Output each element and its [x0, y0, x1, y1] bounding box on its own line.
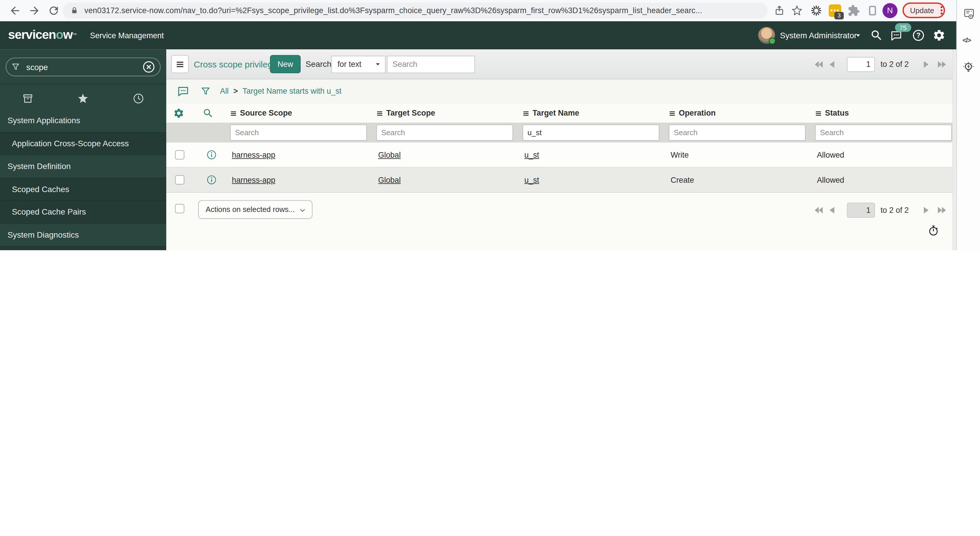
- navigator-filter-input[interactable]: [25, 62, 143, 72]
- filter-source-scope-input[interactable]: [230, 124, 367, 141]
- url-text: ven03172.service-now.com/nav_to.do?uri=%…: [84, 6, 702, 15]
- breadcrumb-condition-link[interactable]: Target Name starts with u_st: [242, 87, 341, 96]
- list-search-input[interactable]: [387, 56, 475, 73]
- extension-badge: 3: [834, 12, 844, 19]
- settings-gear-icon[interactable]: [932, 29, 946, 42]
- column-menu-icon[interactable]: [669, 110, 676, 117]
- tab-history-icon[interactable]: [133, 92, 145, 104]
- last-page-icon[interactable]: [937, 60, 946, 69]
- filter-icon[interactable]: [200, 86, 211, 96]
- browser-reload-icon[interactable]: [48, 5, 60, 17]
- browser-back-icon[interactable]: [9, 5, 21, 17]
- cell-source-scope[interactable]: harness-app: [232, 168, 275, 193]
- navigator-filter: [6, 57, 161, 76]
- sidebar-item-session-debug[interactable]: Session Debug: [0, 246, 166, 250]
- row-range-label: to 2 of 2: [881, 60, 909, 69]
- first-page-icon[interactable]: [815, 206, 823, 215]
- first-page-icon[interactable]: [815, 60, 823, 69]
- product-name: Service Management: [90, 31, 164, 40]
- browser-profile-avatar[interactable]: N: [883, 3, 897, 18]
- help-icon[interactable]: [912, 29, 925, 42]
- filter-target-scope-input[interactable]: [376, 124, 513, 141]
- bookmark-star-icon[interactable]: [791, 5, 804, 18]
- select-all-checkbox[interactable]: [175, 204, 185, 214]
- sidebar-section-system-applications[interactable]: System Applications: [0, 110, 166, 132]
- next-page-icon[interactable]: [921, 60, 930, 69]
- global-search-icon[interactable]: [870, 29, 883, 42]
- address-bar[interactable]: ven03172.service-now.com/nav_to.do?uri=%…: [62, 3, 767, 19]
- column-filter-row: [166, 123, 953, 143]
- next-page-icon[interactable]: [921, 206, 930, 215]
- code-icon[interactable]: </>: [963, 36, 970, 44]
- row-checkbox[interactable]: [175, 150, 185, 160]
- response-time-stopwatch-icon[interactable]: [928, 225, 939, 236]
- clear-filter-icon[interactable]: [143, 61, 155, 73]
- column-menu-icon[interactable]: [230, 110, 237, 117]
- side-panel-icon[interactable]: [866, 5, 879, 17]
- cell-target-name[interactable]: u_st: [524, 168, 539, 193]
- cell-target-scope[interactable]: Global: [378, 168, 401, 193]
- browser-toolbar: ven03172.service-now.com/nav_to.do?uri=%…: [0, 0, 956, 22]
- column-menu-icon[interactable]: [522, 110, 530, 117]
- hamburger-icon: [176, 60, 185, 69]
- sidebar-item-application-cross-scope-access[interactable]: Application Cross-Scope Access: [0, 132, 166, 155]
- extensions-puzzle-icon[interactable]: [848, 5, 860, 17]
- filter-target-name-input[interactable]: [522, 124, 659, 141]
- actions-select[interactable]: Actions on selected rows...: [198, 200, 312, 219]
- user-caret-icon[interactable]: [855, 33, 861, 38]
- update-label: Update: [910, 6, 934, 14]
- cell-status: Allowed: [817, 143, 845, 168]
- cell-source-scope[interactable]: harness-app: [232, 143, 275, 168]
- scrollbar[interactable]: [953, 49, 956, 250]
- breadcrumb-all-link[interactable]: All: [220, 87, 229, 96]
- comments-icon[interactable]: [177, 85, 189, 97]
- navigator-tabs: [0, 88, 166, 109]
- filter-operation-input[interactable]: [669, 124, 806, 141]
- user-menu[interactable]: System Administrator: [780, 21, 857, 49]
- column-header-target-scope[interactable]: Target Scope: [376, 104, 435, 123]
- list-context-menu-button[interactable]: [171, 55, 189, 73]
- breadcrumb-bar: All > Target Name starts with u_st: [166, 80, 953, 104]
- previous-page-icon[interactable]: [828, 206, 837, 215]
- sidebar-item-scoped-caches[interactable]: Scoped Caches: [0, 178, 166, 201]
- record-info-icon[interactable]: [206, 150, 217, 160]
- row-checkbox[interactable]: [175, 175, 185, 185]
- record-info-icon[interactable]: [206, 175, 217, 185]
- browser-forward-icon[interactable]: [28, 5, 41, 17]
- table-row: harness-app Global u_st Write Allowed: [166, 143, 953, 168]
- column-header-operation[interactable]: Operation: [669, 104, 716, 123]
- page-number-input[interactable]: [847, 57, 875, 72]
- previous-page-icon[interactable]: [828, 60, 837, 69]
- tab-all-applications-icon[interactable]: [22, 92, 34, 104]
- filter-status-input[interactable]: [815, 124, 952, 141]
- chat-extension-icon[interactable]: 3: [829, 5, 841, 17]
- list-title-link[interactable]: Cross scope privileges: [194, 49, 282, 80]
- column-header-target-name[interactable]: Target Name: [522, 104, 579, 123]
- column-header-status[interactable]: Status: [815, 104, 849, 123]
- personalize-list-gear-icon[interactable]: [173, 108, 185, 119]
- new-button[interactable]: New: [270, 55, 301, 73]
- list-toolbar: Cross scope privileges New Search for te…: [166, 49, 953, 80]
- column-header-source-scope[interactable]: Source Scope: [230, 104, 292, 123]
- bottom-pagination: to 2 of 2: [815, 203, 947, 217]
- cell-target-scope[interactable]: Global: [378, 143, 401, 168]
- sidebar-section-system-diagnostics[interactable]: System Diagnostics: [0, 223, 166, 246]
- column-search-icon[interactable]: [202, 108, 214, 119]
- reading-list-icon[interactable]: [963, 8, 975, 21]
- servicenow-logo[interactable]: servicenow™: [8, 27, 76, 42]
- search-type-select[interactable]: for text: [331, 56, 386, 73]
- select-chevron-icon: [299, 206, 306, 214]
- spinner-extension-icon[interactable]: [810, 5, 822, 17]
- tab-favorites-icon[interactable]: [77, 92, 89, 104]
- cell-target-name[interactable]: u_st: [524, 143, 539, 168]
- sidebar-item-scoped-cache-pairs[interactable]: Scoped Cache Pairs: [0, 201, 166, 223]
- share-icon[interactable]: [774, 5, 786, 18]
- lightbulb-icon[interactable]: [962, 61, 975, 75]
- sidebar-section-system-definition[interactable]: System Definition: [0, 155, 166, 178]
- last-page-icon[interactable]: [937, 206, 946, 215]
- browser-update-button[interactable]: Update: [902, 3, 945, 18]
- page-number-input[interactable]: [847, 203, 875, 217]
- column-menu-icon[interactable]: [376, 110, 383, 117]
- user-avatar[interactable]: [758, 27, 775, 44]
- column-menu-icon[interactable]: [815, 110, 822, 117]
